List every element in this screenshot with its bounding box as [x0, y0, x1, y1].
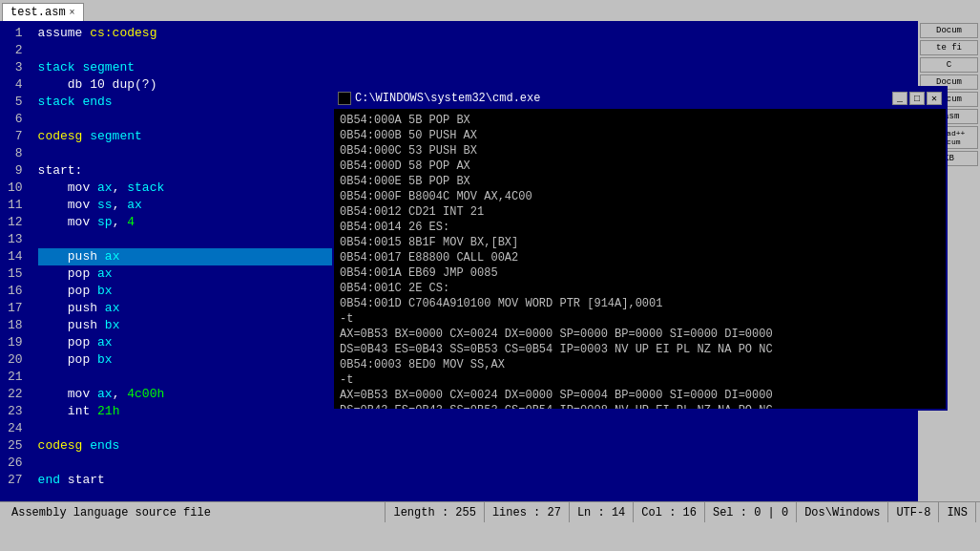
- line-number: 9: [8, 162, 23, 180]
- cmd-line: 0B54:001A EB69 JMP 0085: [340, 265, 940, 281]
- line-number: 16: [8, 283, 23, 300]
- code-line: assume cs:codesg: [38, 25, 972, 42]
- line-number: 17: [8, 300, 23, 317]
- line-number: 24: [8, 420, 23, 437]
- editor-area: test.asm × 12345678910111213141516171819…: [0, 0, 980, 522]
- line-number: 25: [8, 437, 23, 455]
- line-number: 5: [8, 94, 23, 111]
- right-panel-item-1: te fi: [920, 40, 978, 55]
- line-number: 2: [8, 42, 23, 59]
- cmd-line: 0B54:000C 53 PUSH BX: [340, 143, 940, 159]
- cmd-line: AX=0B53 BX=0000 CX=0024 DX=0000 SP=0004 …: [340, 388, 940, 403]
- line-number: 22: [8, 386, 23, 403]
- status-lines: lines : 27: [485, 502, 570, 522]
- status-encoding: UTF-8: [888, 502, 939, 522]
- right-panel-item-2: C: [920, 57, 978, 73]
- status-length: length : 255: [386, 502, 484, 522]
- tab-label: test.asm: [10, 6, 66, 19]
- line-number: 23: [8, 403, 23, 420]
- line-number: 19: [8, 334, 23, 351]
- cmd-line: DS=0B43 ES=0B43 SS=0B53 CS=0B54 IP=0008 …: [340, 403, 940, 409]
- cmd-line: 0B54:0012 CD21 INT 21: [340, 204, 940, 220]
- line-number: 6: [8, 111, 23, 128]
- cmd-titlebar: C:\WINDOWS\system32\cmd.exe _ □ ✕: [334, 88, 946, 109]
- cmd-line: 0B54:001C 2E CS:: [340, 281, 940, 296]
- line-number: 13: [8, 231, 23, 248]
- line-number: 21: [8, 369, 23, 386]
- status-ln: Ln : 14: [570, 502, 634, 522]
- cmd-line: 0B54:000A 5B POP BX: [340, 113, 940, 128]
- line-number: 20: [8, 351, 23, 369]
- cmd-line: 0B54:000B 50 PUSH AX: [340, 128, 940, 143]
- cmd-line: DS=0B43 ES=0B43 SS=0B53 CS=0B54 IP=0003 …: [340, 342, 940, 357]
- cmd-line: AX=0B53 BX=0000 CX=0024 DX=0000 SP=0000 …: [340, 327, 940, 342]
- cmd-titlebar-left: C:\WINDOWS\system32\cmd.exe: [338, 92, 540, 105]
- line-number: 27: [8, 472, 23, 489]
- cmd-maximize-button[interactable]: □: [909, 92, 925, 105]
- line-number: 4: [8, 76, 23, 94]
- cmd-close-button[interactable]: ✕: [927, 92, 942, 105]
- line-number: 15: [8, 265, 23, 283]
- code-line: [38, 42, 972, 59]
- code-line: [38, 455, 972, 472]
- cmd-line: 0B54:000F B8004C MOV AX,4C00: [340, 189, 940, 204]
- cmd-line: 0B54:0015 8B1F MOV BX,[BX]: [340, 235, 940, 250]
- cmd-line: 0B54:0017 E88800 CALL 00A2: [340, 250, 940, 265]
- cmd-content[interactable]: 0B54:000A 5B POP BX0B54:000B 50 PUSH AX0…: [334, 109, 946, 409]
- cmd-controls: _ □ ✕: [892, 92, 942, 105]
- line-numbers: 1234567891011121314151617181920212223242…: [0, 21, 31, 522]
- cmd-line: 0B54:001D C7064A910100 MOV WORD PTR [914…: [340, 296, 940, 311]
- line-number: 18: [8, 317, 23, 334]
- status-dos-windows: Dos\Windows: [797, 502, 888, 522]
- line-number: 8: [8, 145, 23, 162]
- tab-close-button[interactable]: ×: [70, 8, 75, 18]
- line-number: 1: [8, 25, 23, 42]
- cmd-line: 0B54:0003 8ED0 MOV SS,AX: [340, 357, 940, 372]
- status-ins: INS: [939, 502, 976, 522]
- line-number: 11: [8, 197, 23, 214]
- tab-bar: test.asm ×: [0, 0, 980, 21]
- cmd-title: C:\WINDOWS\system32\cmd.exe: [355, 92, 540, 105]
- status-filetype: Assembly language source file: [4, 502, 386, 522]
- cmd-minimize-button[interactable]: _: [892, 92, 907, 105]
- line-number: 3: [8, 59, 23, 76]
- status-sel: Sel : 0 | 0: [705, 502, 797, 522]
- cmd-line: 0B54:000E 5B POP BX: [340, 174, 940, 189]
- line-number: 7: [8, 128, 23, 145]
- cmd-line: -t: [340, 311, 940, 327]
- code-line: codesg ends: [38, 437, 972, 455]
- code-line: end start: [38, 472, 972, 489]
- editor-tab[interactable]: test.asm ×: [2, 3, 84, 21]
- cmd-app-icon: [338, 92, 351, 105]
- right-panel-item-0: Docum: [920, 23, 978, 38]
- cmd-line: 0B54:0014 26 ES:: [340, 220, 940, 235]
- line-number: 10: [8, 180, 23, 197]
- line-number: 14: [8, 248, 23, 265]
- code-line: stack segment: [38, 59, 972, 76]
- status-col: Col : 16: [634, 502, 705, 522]
- line-number: 26: [8, 455, 23, 472]
- cmd-line: 0B54:000D 58 POP AX: [340, 159, 940, 174]
- status-bar: Assembly language source file length : 2…: [0, 501, 980, 522]
- cmd-line: -t: [340, 372, 940, 388]
- code-line: [38, 420, 972, 437]
- line-number: 12: [8, 214, 23, 231]
- cmd-window: C:\WINDOWS\system32\cmd.exe _ □ ✕ 0B54:0…: [332, 86, 948, 411]
